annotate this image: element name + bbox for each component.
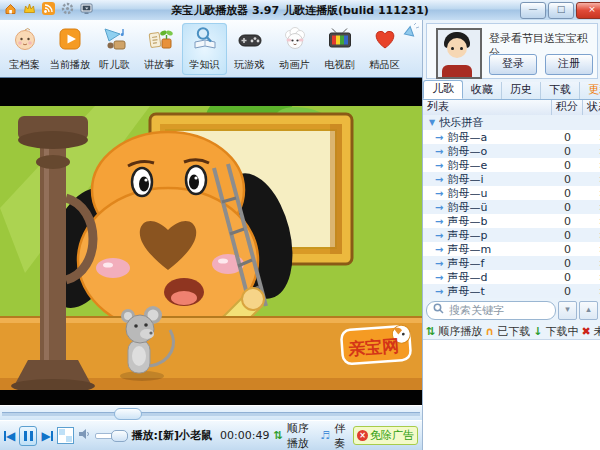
toolbar-label: 精品区 [369, 57, 399, 71]
tab-songs[interactable]: 儿歌 [423, 80, 463, 99]
legend-order-play: 顺序播放 [438, 324, 482, 339]
item-arrow-icon: → [435, 216, 443, 227]
item-name: 韵母—e [447, 158, 487, 173]
close-button[interactable]: × [576, 2, 600, 19]
item-arrow-icon: → [435, 202, 443, 213]
toolbar-item-learn[interactable]: 学知识 [182, 23, 227, 75]
video-area[interactable]: 亲宝网 [0, 78, 422, 405]
remove-ads-button[interactable]: × 免除广告 [353, 426, 418, 445]
collapse-icon[interactable]: ▼ [429, 118, 435, 127]
toolbar-item-baby-profile[interactable]: 宝档案 [2, 23, 47, 75]
downloaded-legend-icon: ∩ [485, 325, 494, 338]
toolbar: 宝档案 当前播放 听儿歌 讲故事 学知识 玩游戏 动画片 电视剧 [0, 20, 422, 78]
toolbar-label: 宝档案 [9, 57, 39, 71]
toolbar-item-cartoons[interactable]: 动画片 [272, 23, 317, 75]
item-arrow-icon: → [435, 272, 443, 283]
list-item[interactable]: → 韵母—i 0 ✖ [423, 172, 600, 186]
display-mode-icon[interactable] [57, 427, 74, 444]
status-legend: ⇅ 顺序播放 ∩ 已下载 ↓ 下载中 ✖ 未下载 [423, 323, 600, 339]
column-list[interactable]: 列表 [423, 100, 552, 115]
now-playing-label: 播放:[新]小老鼠 [132, 428, 212, 443]
sidebar: 登录看节目送宝宝积分 登录 注册 儿歌 收藏 历史 下载 更新列表 列表 积分 … [422, 20, 600, 450]
list-item[interactable]: → 声母—d 0 ✖ [423, 270, 600, 284]
toolbar-label: 讲故事 [144, 57, 174, 71]
watermark-text: 亲宝网 [347, 335, 400, 359]
search-dropdown-button[interactable]: ▾ [558, 301, 577, 320]
search-up-button[interactable]: ▴ [579, 301, 598, 320]
sheep-icon [281, 25, 309, 56]
seek-thumb[interactable] [114, 408, 142, 420]
list-item[interactable]: → 韵母—ü 0 ✖ [423, 200, 600, 214]
volume-slider[interactable] [95, 433, 128, 439]
group-header[interactable]: ▼ 快乐拼音 [423, 115, 600, 130]
toolbar-item-premium[interactable]: 精品区 [362, 23, 407, 75]
item-name: 韵母—o [447, 144, 487, 159]
not-downloaded-icon: ✖ [583, 286, 600, 297]
item-score: 0 [552, 243, 584, 256]
group-label: 快乐拼音 [439, 115, 483, 130]
baby-icon [11, 25, 39, 56]
not-downloaded-icon: ✖ [583, 174, 600, 185]
toolbar-item-games[interactable]: 玩游戏 [227, 23, 272, 75]
window-title: 亲宝儿歌播放器 3.97 儿歌连播版(bulid 111231) [0, 3, 600, 18]
pause-button[interactable] [19, 426, 37, 446]
item-name: 声母—m [447, 242, 491, 257]
tab-downloads[interactable]: 下载 [541, 82, 580, 99]
toolbar-item-now-playing[interactable]: 当前播放 [47, 23, 92, 75]
elapsed-time: 00:00:49 [220, 429, 269, 442]
toolbar-label: 玩游戏 [234, 57, 264, 71]
tab-favorites[interactable]: 收藏 [463, 82, 502, 99]
list-item[interactable]: → 韵母—o 0 ✖ [423, 144, 600, 158]
legend-downloading: 下载中 [545, 324, 578, 339]
column-status[interactable]: 状态 [583, 100, 600, 115]
accompany-icon: ♬ [320, 429, 330, 442]
not-downloaded-legend-icon: ✖ [581, 325, 590, 338]
list-item[interactable]: → 韵母—u 0 ✖ [423, 186, 600, 200]
toolbar-label: 学知识 [189, 57, 219, 71]
minimize-button[interactable]: — [520, 2, 546, 19]
accompany-label[interactable]: 伴奏 [334, 421, 349, 450]
volume-thumb[interactable] [111, 430, 128, 442]
list-item[interactable]: → 韵母—e 0 ✖ [423, 158, 600, 172]
item-score: 0 [552, 159, 584, 172]
maximize-button[interactable]: □ [548, 2, 574, 19]
search-input[interactable] [447, 303, 531, 318]
column-score[interactable]: 积分 [552, 100, 584, 115]
login-button[interactable]: 登录 [489, 54, 537, 75]
item-score: 0 [552, 173, 584, 186]
list-item[interactable]: → 韵母—a 0 ✖ [423, 130, 600, 144]
story-plant-icon [146, 25, 174, 56]
speaker-icon[interactable] [78, 428, 91, 443]
play-mode-label[interactable]: 顺序播放 [287, 421, 317, 450]
legend-downloaded: 已下载 [497, 324, 530, 339]
toolbar-item-listen-songs[interactable]: 听儿歌 [92, 23, 137, 75]
list-item[interactable]: → 声母—p 0 ✖ [423, 228, 600, 242]
list-item[interactable]: → 声母—b 0 ✖ [423, 214, 600, 228]
tab-update-list[interactable]: 更新列表 [580, 82, 600, 99]
search-box[interactable] [426, 301, 556, 320]
toolbar-item-tv-series[interactable]: 电视剧 [317, 23, 362, 75]
list-item[interactable]: → 声母—m 0 ✖ [423, 242, 600, 256]
list-item[interactable]: → 声母—t 0 ✖ [423, 284, 600, 298]
song-list: ▼ 快乐拼音 → 韵母—a 0 ✖ → 韵母—o [423, 115, 600, 298]
avatar [436, 28, 482, 79]
item-score: 0 [552, 201, 584, 214]
empty-panel [423, 339, 600, 450]
megaphone-icon[interactable] [402, 22, 420, 41]
not-downloaded-icon: ✖ [583, 216, 600, 227]
login-panel: 登录看节目送宝宝积分 登录 注册 [426, 23, 598, 79]
register-button[interactable]: 注册 [545, 54, 593, 75]
not-downloaded-icon: ✖ [583, 132, 600, 143]
next-button[interactable]: ▶ [41, 427, 52, 445]
previous-button[interactable]: ◀ [4, 427, 15, 445]
title-bar: 亲宝儿歌播放器 3.97 儿歌连播版(bulid 111231) — □ × [0, 0, 600, 21]
not-downloaded-icon: ✖ [583, 146, 600, 157]
toolbar-item-stories[interactable]: 讲故事 [137, 23, 182, 75]
item-arrow-icon: → [435, 146, 443, 157]
seek-bar[interactable] [0, 405, 422, 420]
heart-icon [371, 25, 399, 56]
tab-history[interactable]: 历史 [502, 82, 541, 99]
list-item[interactable]: → 声母—f 0 ✖ [423, 256, 600, 270]
item-score: 0 [552, 229, 584, 242]
gramophone-icon [101, 25, 129, 56]
